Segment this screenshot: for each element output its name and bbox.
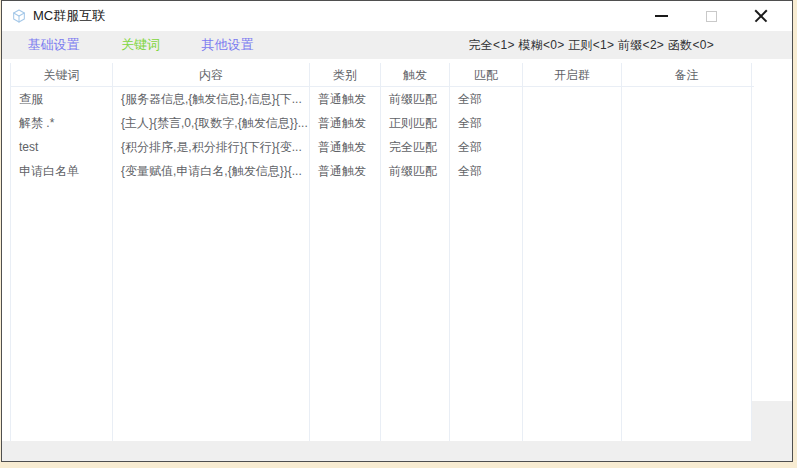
column-header-enabled-groups[interactable]: 开启群	[523, 63, 622, 86]
cell-content: {积分排序,是,积分排行}{下行}{变...	[113, 135, 310, 159]
cell-remark	[622, 159, 752, 183]
cell-match: 全部	[450, 111, 523, 135]
cell-content: {变量赋值,申请白名,{触发信息}}{...	[113, 159, 310, 183]
window-controls	[636, 1, 786, 31]
maximize-icon	[706, 11, 717, 22]
cell-category: 普通触发	[310, 159, 381, 183]
column-header-remark[interactable]: 备注	[622, 63, 752, 86]
cell-category: 普通触发	[310, 111, 381, 135]
column-header-keyword[interactable]: 关键词	[10, 63, 113, 86]
table-row[interactable]: test {积分排序,是,积分排行}{下行}{变... 普通触发 完全匹配 全部	[10, 135, 754, 159]
column-header-match[interactable]: 匹配	[450, 63, 523, 86]
close-icon	[754, 9, 768, 23]
table-row[interactable]: 查服 {服务器信息,{触发信息},信息}{下... 普通触发 前缀匹配 全部	[10, 87, 754, 111]
cell-trigger: 正则匹配	[381, 111, 450, 135]
cell-trigger: 前缀匹配	[381, 159, 450, 183]
cell-keyword: 申请白名单	[10, 159, 113, 183]
cell-content: {服务器信息,{触发信息},信息}{下...	[113, 87, 310, 111]
cell-keyword: test	[10, 135, 113, 159]
cell-enabled-groups	[523, 111, 622, 135]
tab-keywords[interactable]: 关键词	[97, 31, 184, 59]
match-type-counts: 完全<1> 模糊<0> 正则<1> 前缀<2> 函数<0>	[469, 31, 714, 59]
cell-remark	[622, 135, 752, 159]
keyword-table: 关键词 内容 类别 触发 匹配 开启群 备注 查服 {服务器信息,{触发信息},…	[10, 63, 754, 441]
cell-trigger: 前缀匹配	[381, 87, 450, 111]
cell-match: 全部	[450, 159, 523, 183]
column-header-category[interactable]: 类别	[310, 63, 381, 86]
maximize-button[interactable]	[686, 1, 736, 31]
title-bar[interactable]: MC群服互联	[2, 1, 792, 31]
close-button[interactable]	[736, 1, 786, 31]
cell-remark	[622, 111, 752, 135]
minimize-icon	[655, 15, 668, 17]
table-header-row: 关键词 内容 类别 触发 匹配 开启群 备注	[10, 63, 754, 87]
minimize-button[interactable]	[636, 1, 686, 31]
column-header-trigger[interactable]: 触发	[381, 63, 450, 86]
window-title: MC群服互联	[33, 1, 105, 31]
tab-basic-settings[interactable]: 基础设置	[10, 31, 97, 59]
cell-category: 普通触发	[310, 135, 381, 159]
cell-enabled-groups	[523, 159, 622, 183]
cell-trigger: 完全匹配	[381, 135, 450, 159]
cell-keyword: 查服	[10, 87, 113, 111]
cell-match: 全部	[450, 135, 523, 159]
table-row[interactable]: 解禁 .* {主人}{禁言,0,{取数字,{触发信息}}... 普通触发 正则匹…	[10, 111, 754, 135]
cell-match: 全部	[450, 87, 523, 111]
column-header-content[interactable]: 内容	[113, 63, 310, 86]
cell-enabled-groups	[523, 87, 622, 111]
status-bar	[2, 441, 792, 461]
cell-remark	[622, 87, 752, 111]
cell-keyword: 解禁 .*	[10, 111, 113, 135]
cell-content: {主人}{禁言,0,{取数字,{触发信息}}...	[113, 111, 310, 135]
app-window: MC群服互联 基础设置 关键词 其他设置 完全<1> 模糊<0> 正则<1> 前…	[1, 0, 793, 462]
cell-enabled-groups	[523, 135, 622, 159]
table-empty-area	[10, 183, 754, 441]
tab-bar: 基础设置 关键词 其他设置 完全<1> 模糊<0> 正则<1> 前缀<2> 函数…	[2, 31, 792, 59]
cube-icon	[11, 8, 27, 24]
table-row[interactable]: 申请白名单 {变量赋值,申请白名,{触发信息}}{... 普通触发 前缀匹配 全…	[10, 159, 754, 183]
tab-other-settings[interactable]: 其他设置	[184, 31, 271, 59]
cell-category: 普通触发	[310, 87, 381, 111]
